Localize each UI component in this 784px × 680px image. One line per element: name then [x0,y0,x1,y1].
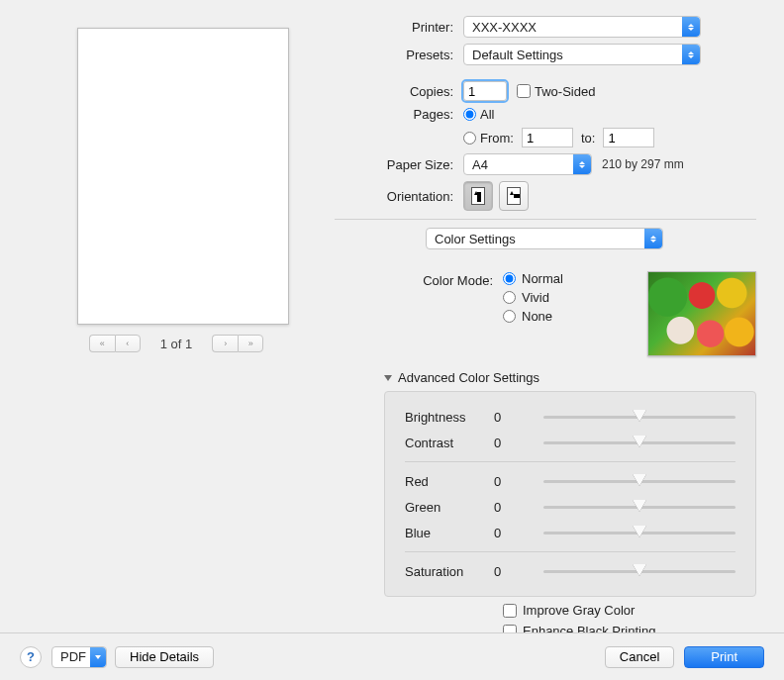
page-preview [77,28,289,325]
dropdown-arrow-icon [90,647,106,667]
brightness-slider[interactable] [543,410,735,424]
dialog-content: « ‹ 1 of 1 › » Printer: XXX-XXXX P [0,0,784,638]
saturation-label: Saturation [405,564,494,579]
improve-gray-checkbox[interactable] [503,604,517,618]
two-sided-checkbox[interactable] [517,84,531,98]
saturation-slider[interactable] [543,564,735,578]
color-preview-image [647,271,756,356]
pages-from-radio[interactable] [463,132,476,145]
dropdown-arrow-icon [682,45,700,64]
copies-label: Copies: [335,84,463,99]
last-page-button[interactable]: » [238,335,263,352]
contrast-value: 0 [494,436,543,450]
color-mode-normal-radio[interactable] [503,272,516,285]
advanced-panel: Brightness 0 Contrast 0 Red 0 Green [384,391,756,597]
green-label: Green [405,500,494,515]
presets-label: Presets: [335,48,463,62]
color-mode-vivid-label: Vivid [522,290,549,305]
preview-nav: « ‹ 1 of 1 › » [28,335,325,352]
improve-gray-label: Improve Gray Color [523,603,635,618]
color-mode-vivid-radio[interactable] [503,291,516,304]
green-slider[interactable] [543,500,735,514]
paper-size-label: Paper Size: [335,157,463,172]
green-value: 0 [494,500,543,515]
color-mode-none-radio[interactable] [503,310,516,323]
print-dialog: « ‹ 1 of 1 › » Printer: XXX-XXXX P [0,0,784,680]
pdf-label: PDF [60,649,86,664]
two-sided-label: Two-Sided [535,84,595,99]
hide-details-button[interactable]: Hide Details [115,646,214,668]
preview-column: « ‹ 1 of 1 › » [28,16,325,638]
pdf-menu[interactable]: PDF [51,646,107,668]
page-count: 1 of 1 [160,337,193,351]
printer-select[interactable]: XXX-XXXX [463,16,701,38]
orientation-landscape-button[interactable] [499,181,529,211]
red-label: Red [405,474,494,489]
blue-slider[interactable] [543,526,735,539]
contrast-label: Contrast [405,436,494,450]
cancel-button[interactable]: Cancel [605,646,674,668]
brightness-label: Brightness [405,410,494,425]
section-select[interactable]: Color Settings [426,228,663,249]
orientation-portrait-button[interactable] [463,181,493,211]
color-mode-none-label: None [522,309,552,324]
settings-column: Printer: XXX-XXXX Presets: Default Setti… [325,16,756,638]
section-value: Color Settings [435,232,516,246]
printer-label: Printer: [335,20,463,35]
blue-value: 0 [494,526,543,540]
printer-value: XXX-XXXX [472,20,537,35]
presets-value: Default Settings [472,48,563,62]
brightness-value: 0 [494,410,543,425]
pages-to-input[interactable] [603,128,654,147]
copies-input[interactable] [463,81,507,101]
color-mode-normal-label: Normal [522,271,563,286]
next-page-button[interactable]: › [212,335,238,352]
pages-all-radio[interactable] [463,108,476,121]
pages-from-input[interactable] [522,128,573,147]
separator [335,219,756,220]
advanced-disclosure[interactable]: Advanced Color Settings [384,370,756,385]
pages-all-label: All [480,107,494,122]
pages-to-label: to: [581,131,595,146]
contrast-slider[interactable] [543,436,735,449]
red-slider[interactable] [543,474,735,488]
paper-size-note: 210 by 297 mm [602,157,684,171]
blue-label: Blue [405,526,494,540]
presets-select[interactable]: Default Settings [463,44,701,65]
landscape-icon [507,187,521,205]
paper-size-value: A4 [472,157,488,172]
prev-page-button[interactable]: ‹ [115,335,141,352]
pages-from-label: From: [480,131,514,146]
help-button[interactable]: ? [20,646,42,668]
dialog-footer: ? PDF Hide Details Cancel Print [0,632,784,680]
dropdown-arrow-icon [573,154,591,174]
print-button[interactable]: Print [684,646,764,668]
red-value: 0 [494,474,543,489]
dropdown-arrow-icon [682,17,700,37]
disclosure-triangle-icon [384,375,392,381]
orientation-label: Orientation: [335,189,463,204]
advanced-label: Advanced Color Settings [398,370,539,385]
portrait-icon [471,187,485,205]
color-mode-label: Color Mode: [335,273,503,288]
saturation-value: 0 [494,564,543,579]
dropdown-arrow-icon [644,229,662,248]
paper-size-select[interactable]: A4 [463,153,592,175]
first-page-button[interactable]: « [89,335,115,352]
pages-label: Pages: [335,107,463,122]
